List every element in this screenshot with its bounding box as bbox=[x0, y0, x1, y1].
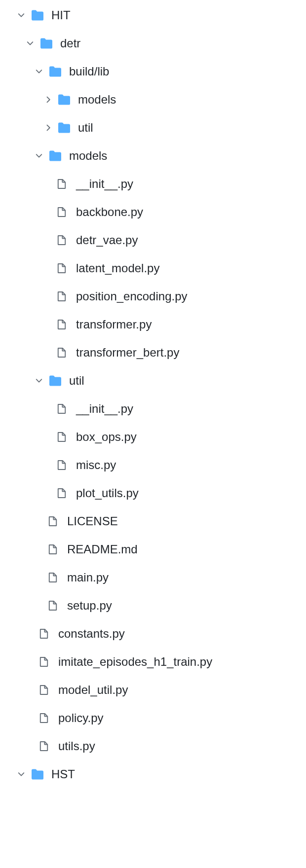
file-tree: HIT detr build/lib models util models __… bbox=[0, 0, 306, 788]
file-icon bbox=[38, 683, 50, 697]
file-label: utils.py bbox=[58, 740, 95, 752]
file-label: plot_utils.py bbox=[76, 487, 139, 499]
folder-icon bbox=[39, 36, 53, 50]
file-icon bbox=[47, 571, 59, 584]
tree-folder-detr[interactable]: detr bbox=[0, 29, 306, 57]
folder-icon bbox=[48, 374, 62, 388]
file-label: transformer.py bbox=[76, 319, 152, 330]
tree-file[interactable]: detr_vae.py bbox=[0, 226, 306, 254]
tree-file[interactable]: plot_utils.py bbox=[0, 479, 306, 507]
file-label: detr_vae.py bbox=[76, 234, 138, 246]
tree-folder-buildlib-util[interactable]: util bbox=[0, 113, 306, 142]
chevron-down-icon bbox=[34, 150, 44, 161]
tree-file[interactable]: backbone.py bbox=[0, 198, 306, 226]
file-label: backbone.py bbox=[76, 206, 143, 218]
chevron-right-icon bbox=[42, 94, 53, 105]
file-label: box_ops.py bbox=[76, 431, 137, 443]
file-icon bbox=[47, 599, 59, 613]
tree-folder-buildlib[interactable]: build/lib bbox=[0, 57, 306, 85]
folder-label: HST bbox=[51, 768, 75, 780]
folder-label: models bbox=[78, 94, 116, 106]
file-label: __init__.py bbox=[76, 403, 133, 415]
file-label: model_util.py bbox=[58, 684, 128, 696]
tree-file[interactable]: utils.py bbox=[0, 732, 306, 760]
file-label: setup.py bbox=[67, 600, 112, 612]
chevron-down-icon bbox=[16, 10, 27, 21]
folder-icon bbox=[57, 93, 71, 107]
tree-file[interactable]: model_util.py bbox=[0, 676, 306, 704]
file-icon bbox=[56, 346, 68, 360]
tree-file[interactable]: position_encoding.py bbox=[0, 282, 306, 310]
file-icon bbox=[56, 177, 68, 191]
folder-icon bbox=[48, 65, 62, 78]
tree-file[interactable]: __init__.py bbox=[0, 395, 306, 423]
file-label: misc.py bbox=[76, 459, 116, 471]
folder-label: build/lib bbox=[69, 66, 109, 77]
file-icon bbox=[56, 318, 68, 331]
tree-folder-hit[interactable]: HIT bbox=[0, 1, 306, 29]
chevron-down-icon bbox=[16, 769, 27, 780]
file-icon bbox=[56, 486, 68, 500]
folder-label: models bbox=[69, 150, 107, 162]
chevron-right-icon bbox=[42, 122, 53, 133]
folder-label: detr bbox=[60, 37, 80, 49]
tree-file[interactable]: misc.py bbox=[0, 451, 306, 479]
folder-label: util bbox=[78, 122, 93, 134]
file-icon bbox=[47, 514, 59, 528]
tree-file[interactable]: box_ops.py bbox=[0, 423, 306, 451]
folder-label: HIT bbox=[51, 9, 71, 21]
file-icon bbox=[38, 627, 50, 641]
file-label: transformer_bert.py bbox=[76, 347, 179, 359]
tree-file[interactable]: transformer_bert.py bbox=[0, 338, 306, 366]
file-label: position_encoding.py bbox=[76, 290, 188, 302]
tree-file[interactable]: imitate_episodes_h1_train.py bbox=[0, 648, 306, 676]
folder-icon bbox=[57, 121, 71, 135]
file-label: main.py bbox=[67, 572, 109, 583]
file-icon bbox=[56, 233, 68, 247]
file-label: constants.py bbox=[58, 628, 125, 640]
file-label: imitate_episodes_h1_train.py bbox=[58, 656, 212, 668]
file-icon bbox=[56, 289, 68, 303]
file-icon bbox=[56, 205, 68, 219]
tree-file[interactable]: LICENSE bbox=[0, 507, 306, 535]
tree-folder-buildlib-models[interactable]: models bbox=[0, 85, 306, 113]
file-icon bbox=[56, 402, 68, 416]
folder-icon bbox=[48, 149, 62, 163]
tree-file[interactable]: __init__.py bbox=[0, 170, 306, 198]
tree-file[interactable]: constants.py bbox=[0, 619, 306, 648]
tree-folder-models[interactable]: models bbox=[0, 142, 306, 170]
file-icon bbox=[56, 261, 68, 275]
file-icon bbox=[47, 542, 59, 556]
file-label: latent_model.py bbox=[76, 262, 159, 274]
tree-file[interactable]: README.md bbox=[0, 535, 306, 563]
file-icon bbox=[56, 458, 68, 472]
file-icon bbox=[38, 739, 50, 753]
tree-folder-hst[interactable]: HST bbox=[0, 760, 306, 788]
folder-icon bbox=[31, 767, 44, 781]
folder-label: util bbox=[69, 375, 84, 387]
tree-folder-util[interactable]: util bbox=[0, 366, 306, 395]
tree-file[interactable]: transformer.py bbox=[0, 310, 306, 338]
folder-icon bbox=[31, 8, 44, 22]
chevron-down-icon bbox=[34, 66, 44, 77]
file-label: README.md bbox=[67, 543, 138, 555]
tree-file[interactable]: setup.py bbox=[0, 591, 306, 619]
file-label: LICENSE bbox=[67, 515, 118, 527]
file-label: __init__.py bbox=[76, 178, 133, 190]
chevron-down-icon bbox=[34, 375, 44, 386]
file-label: policy.py bbox=[58, 712, 104, 724]
file-icon bbox=[56, 430, 68, 444]
tree-file[interactable]: policy.py bbox=[0, 704, 306, 732]
file-icon bbox=[38, 655, 50, 669]
tree-file[interactable]: main.py bbox=[0, 563, 306, 591]
tree-file[interactable]: latent_model.py bbox=[0, 254, 306, 282]
file-icon bbox=[38, 711, 50, 725]
chevron-down-icon bbox=[25, 38, 36, 49]
